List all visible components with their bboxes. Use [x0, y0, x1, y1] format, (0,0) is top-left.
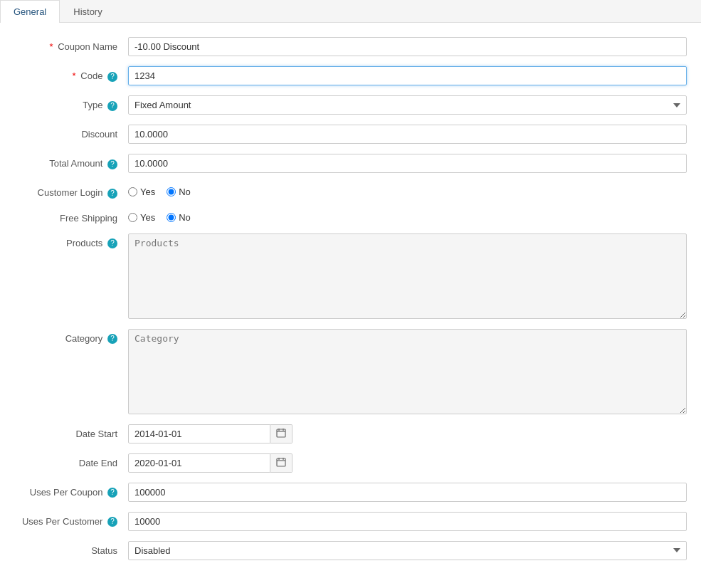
- coupon-name-input[interactable]: [128, 37, 687, 56]
- category-textarea[interactable]: [128, 329, 687, 414]
- products-label: Products ?: [14, 233, 128, 249]
- free-shipping-yes-radio[interactable]: [128, 213, 137, 222]
- calendar-icon: [276, 457, 286, 467]
- customer-login-row: Customer Login ? Yes No: [0, 183, 701, 199]
- code-label: * Code ?: [14, 66, 128, 82]
- category-row: Category ?: [0, 329, 701, 414]
- date-end-label: Date End: [14, 453, 128, 468]
- total-amount-help-icon[interactable]: ?: [107, 159, 117, 169]
- tab-general[interactable]: General: [0, 0, 60, 23]
- free-shipping-radio-group: Yes No: [128, 209, 191, 223]
- date-start-calendar-button[interactable]: [270, 424, 292, 443]
- date-start-row: Date Start: [0, 424, 701, 443]
- coupon-name-required: *: [49, 41, 53, 52]
- tabs-bar: General History: [0, 0, 701, 23]
- form-container: * Coupon Name * Code ? Type ? Fixed Amou…: [0, 23, 701, 584]
- svg-rect-0: [277, 429, 285, 437]
- free-shipping-label: Free Shipping: [14, 209, 128, 224]
- date-start-label: Date Start: [14, 424, 128, 439]
- free-shipping-yes-label[interactable]: Yes: [128, 212, 155, 223]
- products-textarea[interactable]: [128, 233, 687, 319]
- free-shipping-no-radio[interactable]: [167, 213, 176, 222]
- customer-login-yes-label[interactable]: Yes: [128, 187, 155, 197]
- products-help-icon[interactable]: ?: [107, 238, 117, 248]
- date-end-input[interactable]: [128, 453, 270, 473]
- date-start-input[interactable]: [128, 424, 270, 443]
- products-row: Products ?: [0, 233, 701, 319]
- status-row: Status Enabled Disabled: [0, 541, 701, 560]
- total-amount-row: Total Amount ?: [0, 154, 701, 173]
- svg-rect-4: [277, 458, 285, 466]
- code-row: * Code ?: [0, 66, 701, 85]
- discount-row: Discount: [0, 125, 701, 144]
- total-amount-input[interactable]: [128, 154, 687, 173]
- category-help-icon[interactable]: ?: [107, 334, 117, 344]
- date-end-wrapper: [128, 453, 687, 473]
- coupon-name-row: * Coupon Name: [0, 37, 701, 56]
- code-help-icon[interactable]: ?: [107, 72, 117, 82]
- discount-input[interactable]: [128, 125, 687, 144]
- uses-per-coupon-row: Uses Per Coupon ?: [0, 483, 701, 502]
- status-label: Status: [14, 541, 128, 556]
- status-select[interactable]: Enabled Disabled: [128, 541, 687, 560]
- customer-login-help-icon[interactable]: ?: [107, 189, 117, 199]
- discount-label: Discount: [14, 125, 128, 140]
- code-required: *: [73, 70, 76, 81]
- customer-login-no-label[interactable]: No: [167, 187, 191, 197]
- type-help-icon[interactable]: ?: [107, 101, 117, 111]
- date-end-row: Date End: [0, 453, 701, 473]
- uses-per-customer-help-icon[interactable]: ?: [107, 517, 117, 527]
- free-shipping-no-label[interactable]: No: [167, 212, 191, 223]
- customer-login-label: Customer Login ?: [14, 183, 128, 199]
- coupon-name-label: * Coupon Name: [14, 37, 128, 52]
- category-label: Category ?: [14, 329, 128, 345]
- uses-per-customer-label: Uses Per Customer ?: [14, 512, 128, 527]
- uses-per-coupon-label: Uses Per Coupon ?: [14, 483, 128, 498]
- type-select[interactable]: Fixed Amount Percentage Fixed Product: [128, 95, 687, 115]
- uses-per-coupon-input[interactable]: [128, 483, 687, 502]
- total-amount-label: Total Amount ?: [14, 154, 128, 169]
- customer-login-no-radio[interactable]: [167, 187, 176, 196]
- code-input[interactable]: [128, 66, 687, 85]
- date-start-wrapper: [128, 424, 687, 443]
- uses-per-coupon-help-icon[interactable]: ?: [107, 488, 117, 498]
- uses-per-customer-input[interactable]: [128, 512, 687, 531]
- customer-login-yes-radio[interactable]: [128, 187, 137, 196]
- type-row: Type ? Fixed Amount Percentage Fixed Pro…: [0, 95, 701, 115]
- date-end-calendar-button[interactable]: [270, 453, 292, 473]
- tab-history[interactable]: History: [60, 0, 115, 23]
- uses-per-customer-row: Uses Per Customer ?: [0, 512, 701, 531]
- customer-login-radio-group: Yes No: [128, 183, 191, 197]
- calendar-icon: [276, 428, 286, 438]
- type-label: Type ?: [14, 95, 128, 111]
- free-shipping-row: Free Shipping Yes No: [0, 209, 701, 224]
